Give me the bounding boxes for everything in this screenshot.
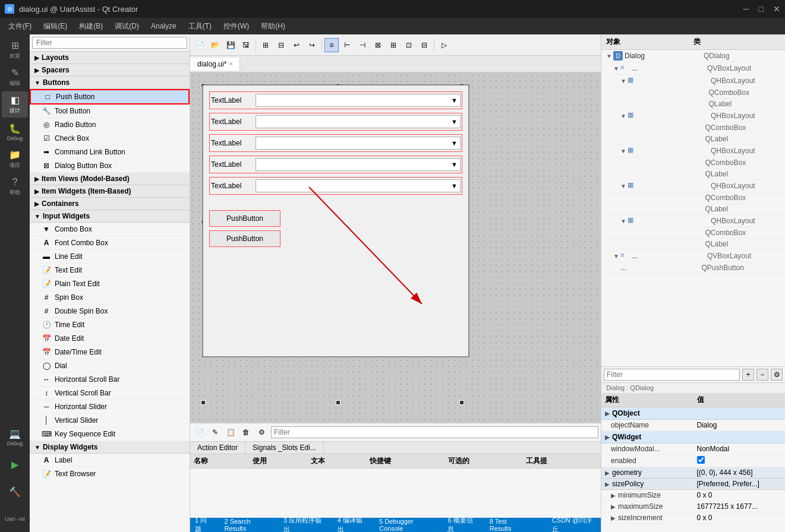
obj-row-combo5[interactable]: QComboBox <box>601 227 785 239</box>
menu-help[interactable]: 帮助(H) <box>255 19 291 34</box>
sizepolicy-expand[interactable]: ▶ <box>605 481 610 487</box>
category-buttons[interactable]: ▼ Buttons <box>30 77 190 89</box>
widget-spin-box[interactable]: # Spin Box <box>30 291 190 305</box>
toolbar-open[interactable]: 📂 <box>208 38 222 52</box>
props-row-geometry[interactable]: ▶geometry [(0, 0), 444 x 456] <box>601 467 785 479</box>
handle-bc[interactable] <box>336 400 341 405</box>
toolbar-align-v[interactable]: ⊟ <box>417 38 431 52</box>
menu-analyze[interactable]: Analyze <box>145 20 182 33</box>
obj-row-label2[interactable]: QLabel <box>601 134 785 145</box>
menu-widgets[interactable]: 控件(W) <box>217 19 255 34</box>
handle-br[interactable] <box>459 400 464 405</box>
expand-hbox2[interactable]: ▼ <box>620 113 628 119</box>
props-add-btn[interactable]: + <box>742 369 754 381</box>
props-filter-input[interactable] <box>604 369 740 381</box>
toolbar-layout-h[interactable]: ≡ <box>324 38 339 52</box>
form-combo-3[interactable]: ▼ <box>256 137 461 150</box>
form-combo-4[interactable]: ▼ <box>256 158 461 171</box>
expand-vbox2[interactable]: ▼ <box>613 253 620 259</box>
qwidget-expand[interactable]: ▶ <box>605 434 610 441</box>
category-item-widgets[interactable]: ▶ Item Widgets (Item-Based) <box>30 185 190 198</box>
props-options-btn[interactable]: ⚙ <box>771 369 783 381</box>
props-remove-btn[interactable]: − <box>756 369 768 381</box>
bottom-btn-4[interactable]: 🗑 <box>239 425 253 439</box>
sizeincrement-expand[interactable]: ▶ <box>611 515 616 521</box>
toolbar-layout-v[interactable]: ⊢ <box>340 38 354 52</box>
design-canvas[interactable]: TextLabel ▼ TextLabel ▼ <box>190 72 601 423</box>
widget-v-scroll-bar[interactable]: ↕ Vertical Scroll Bar <box>30 387 190 400</box>
widget-time-edit[interactable]: 🕐 Time Edit <box>30 318 190 332</box>
toolbar-break-layout[interactable]: ⊠ <box>371 38 385 52</box>
obj-row-hbox5[interactable]: ▼ ▦ QHBoxLayout <box>601 215 785 227</box>
category-containers[interactable]: ▶ Containers <box>30 198 190 210</box>
prop-objectname-val[interactable]: Dialog <box>693 420 786 431</box>
expand-hbox4[interactable]: ▼ <box>620 183 628 189</box>
sidebar-edit[interactable]: ✎ 编辑 <box>2 64 28 90</box>
minimize-button[interactable]: ─ <box>743 4 749 14</box>
obj-row-dialog[interactable]: ▼ D Dialog QDialog <box>601 50 785 62</box>
bottom-filter-input[interactable] <box>271 426 598 438</box>
obj-row-label4[interactable]: QLabel <box>601 204 785 215</box>
toolbar-preview[interactable]: ▷ <box>437 38 451 52</box>
widget-datetime-edit[interactable]: 📅 Date/Time Edit <box>30 346 190 359</box>
widget-combo-box[interactable]: ▼ Combo Box <box>30 223 190 236</box>
props-row-maximumsize[interactable]: ▶maximumSize 16777215 x 1677... <box>601 501 785 512</box>
toolbar-copy[interactable]: ⊞ <box>258 38 273 52</box>
widget-check-box[interactable]: ☑ Check Box <box>30 132 190 145</box>
obj-row-combo3[interactable]: QComboBox <box>601 157 785 169</box>
toolbar-redo[interactable]: ↪ <box>305 38 319 52</box>
status-search[interactable]: 2 Search Results <box>224 518 271 532</box>
props-row-windowmodal[interactable]: windowModal... NonModal <box>601 444 785 455</box>
expand-hbox1[interactable]: ▼ <box>620 78 628 84</box>
minimumsize-expand[interactable]: ▶ <box>611 492 616 499</box>
obj-row-vbox2[interactable]: ▼ ≡ ... QVBoxLayout <box>601 250 785 262</box>
status-compile-output[interactable]: 4 编译输出 <box>338 516 367 532</box>
widget-dial[interactable]: ◯ Dial <box>30 359 190 373</box>
toolbar-adjust-size[interactable]: ⊞ <box>386 38 401 52</box>
obj-row-vbox1[interactable]: ▼ ≡ ... QVBoxLayout <box>601 62 785 75</box>
obj-row-hbox2[interactable]: ▼ ▦ QHBoxLayout <box>601 110 785 122</box>
widget-key-sequence[interactable]: ⌨ Key Sequence Edit <box>30 428 190 441</box>
bottom-btn-3[interactable]: 📋 <box>223 425 238 439</box>
category-spacers[interactable]: ▶ Spacers <box>30 64 190 77</box>
status-test-results[interactable]: 8 Test Results <box>490 518 528 532</box>
widget-double-spin-box[interactable]: # Double Spin Box <box>30 305 190 318</box>
maximize-button[interactable]: □ <box>759 4 764 14</box>
push-button-2[interactable]: PushButton <box>209 230 280 247</box>
menu-tools[interactable]: 工具(T) <box>182 19 217 34</box>
widget-push-button[interactable]: □ Push Button <box>30 89 190 104</box>
maximumsize-expand[interactable]: ▶ <box>611 504 616 510</box>
widget-dialog-button-box[interactable]: ⊠ Dialog Button Box <box>30 159 190 173</box>
toolbar-save[interactable]: 💾 <box>223 38 238 52</box>
category-input-widgets[interactable]: ▼ Input Widgets <box>30 210 190 223</box>
form-combo-5[interactable]: ▼ <box>256 179 461 192</box>
obj-row-label3[interactable]: QLabel <box>601 169 785 180</box>
widget-h-scroll-bar[interactable]: ↔ Horizontal Scroll Bar <box>30 373 190 387</box>
sidebar-build[interactable]: 🔨 <box>2 479 28 505</box>
expand-hbox5[interactable]: ▼ <box>620 218 628 224</box>
tab-action-editor[interactable]: Action Editor <box>190 442 245 454</box>
obj-row-combo1[interactable]: QComboBox <box>601 87 785 99</box>
obj-row-label5[interactable]: QLabel <box>601 239 785 250</box>
bottom-btn-2[interactable]: ✎ <box>208 425 222 439</box>
expand-vbox1[interactable]: ▼ <box>613 65 620 72</box>
widget-font-combo-box[interactable]: A Font Combo Box <box>30 236 190 250</box>
props-row-objectname[interactable]: objectName Dialog <box>601 420 785 431</box>
expand-dialog[interactable]: ▼ <box>606 53 613 59</box>
dialog-widget[interactable]: TextLabel ▼ TextLabel ▼ <box>202 84 469 357</box>
menu-file[interactable]: 文件(F) <box>2 19 37 34</box>
tab-close-button[interactable]: × <box>229 61 232 67</box>
sidebar-device[interactable]: 💻 Debug <box>2 424 28 450</box>
menu-build[interactable]: 构建(B) <box>73 19 109 34</box>
prop-enabled-val[interactable] <box>693 455 786 467</box>
obj-row-combo2[interactable]: QComboBox <box>601 122 785 134</box>
bottom-btn-5[interactable]: ⚙ <box>254 425 269 439</box>
obj-row-combo4[interactable]: QComboBox <box>601 192 785 204</box>
props-row-sizeincrement[interactable]: ▶sizeIncrement 0 x 0 <box>601 512 785 524</box>
form-combo-1[interactable]: ▼ <box>256 94 461 107</box>
form-combo-2[interactable]: ▼ <box>256 115 461 128</box>
status-problems[interactable]: 1 问题 <box>195 516 212 532</box>
status-debugger-console[interactable]: 5 Debugger Console <box>379 518 436 532</box>
toolbar-undo[interactable]: ↩ <box>289 38 304 52</box>
push-button-1[interactable]: PushButton <box>209 210 280 227</box>
